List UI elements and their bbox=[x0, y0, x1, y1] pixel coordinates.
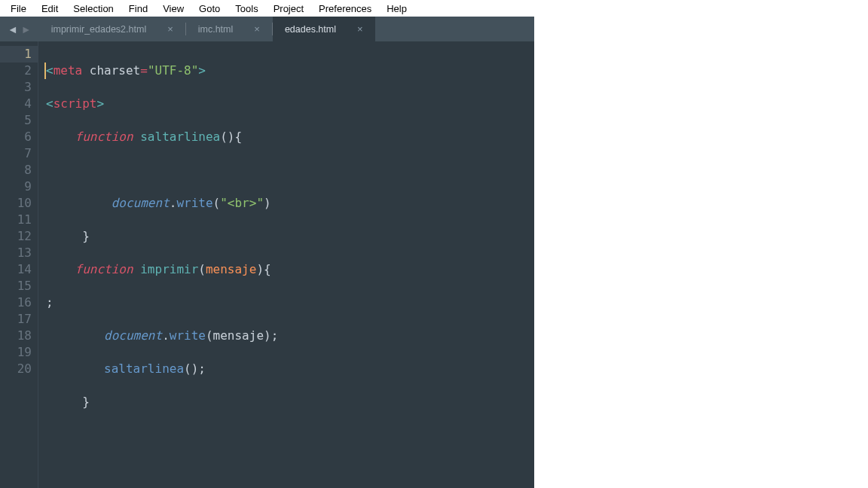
menu-help[interactable]: Help bbox=[379, 2, 414, 16]
paren: ) bbox=[191, 361, 199, 376]
line-number: 15 bbox=[12, 278, 32, 294]
nav-back-icon[interactable]: ◄ bbox=[8, 23, 18, 35]
paren: ) bbox=[256, 262, 264, 276]
parameter: mensaje bbox=[206, 262, 256, 276]
method: write bbox=[170, 328, 206, 343]
dot: . bbox=[170, 196, 177, 210]
paren: ( bbox=[198, 262, 206, 276]
line-number: 5 bbox=[12, 112, 32, 129]
brace: } bbox=[82, 395, 90, 409]
angle-bracket: > bbox=[96, 96, 104, 111]
function-def: imprimir bbox=[140, 262, 198, 276]
close-icon[interactable]: × bbox=[254, 23, 260, 35]
line-number: 9 bbox=[12, 178, 32, 195]
menu-goto[interactable]: Goto bbox=[191, 2, 228, 16]
menu-view[interactable]: View bbox=[155, 2, 191, 16]
paren: ) bbox=[264, 196, 271, 210]
line-number: 17 bbox=[12, 311, 32, 328]
paren: ( bbox=[184, 361, 191, 376]
line-number: 8 bbox=[12, 162, 32, 178]
close-icon[interactable]: × bbox=[167, 23, 173, 35]
angle-bracket: > bbox=[198, 63, 206, 78]
line-number: 16 bbox=[12, 294, 32, 311]
tab-bar: ◄ ► imprimir_edades2.html×imc.html×edade… bbox=[0, 17, 534, 41]
tab-label: imc.html bbox=[198, 24, 234, 35]
tab-edades-html[interactable]: edades.html× bbox=[273, 17, 375, 41]
line-number: 3 bbox=[12, 79, 32, 96]
editor-area: ◄ ► imprimir_edades2.html×imc.html×edade… bbox=[0, 17, 534, 488]
paren: ( bbox=[220, 130, 228, 144]
operator: = bbox=[140, 63, 148, 78]
line-number-gutter: 1234567891011121314151617181920 bbox=[0, 41, 38, 488]
tab-imc-html[interactable]: imc.html× bbox=[186, 17, 272, 41]
menu-tools[interactable]: Tools bbox=[228, 2, 265, 16]
line-number: 13 bbox=[12, 245, 32, 261]
menu-edit[interactable]: Edit bbox=[34, 2, 66, 16]
line-number: 1 bbox=[0, 46, 38, 63]
line-number: 12 bbox=[12, 228, 32, 245]
keyword: function bbox=[75, 130, 133, 144]
tag-name: meta bbox=[53, 63, 83, 78]
semicolon: ; bbox=[198, 361, 206, 376]
tab-imprimir_edades2-html[interactable]: imprimir_edades2.html× bbox=[39, 17, 185, 41]
keyword: function bbox=[75, 262, 133, 276]
line-number: 6 bbox=[12, 129, 32, 145]
angle-bracket: < bbox=[46, 63, 53, 78]
menu-file[interactable]: File bbox=[3, 2, 34, 16]
line-number: 18 bbox=[12, 328, 32, 344]
dot: . bbox=[162, 328, 170, 343]
paren: ( bbox=[206, 328, 213, 343]
string: "<br>" bbox=[220, 196, 264, 210]
function-def: saltarlinea bbox=[140, 130, 220, 144]
line-number: 14 bbox=[12, 261, 32, 278]
nav-history: ◄ ► bbox=[0, 17, 39, 41]
code-editor[interactable]: 1234567891011121314151617181920 <meta ch… bbox=[0, 41, 534, 488]
menu-preferences[interactable]: Preferences bbox=[311, 2, 379, 16]
semicolon: ; bbox=[46, 295, 53, 310]
tab-label: imprimir_edades2.html bbox=[51, 24, 146, 35]
line-number: 7 bbox=[12, 145, 32, 162]
line-number: 4 bbox=[12, 96, 32, 112]
line-number: 20 bbox=[12, 361, 32, 377]
menu-project[interactable]: Project bbox=[266, 2, 311, 16]
attr-name: charset bbox=[90, 63, 140, 78]
menu-bar: FileEditSelectionFindViewGotoToolsProjec… bbox=[0, 0, 868, 17]
identifier: mensaje bbox=[213, 328, 264, 343]
angle-bracket: < bbox=[46, 96, 53, 111]
call: saltarlinea bbox=[104, 361, 184, 376]
object: document bbox=[104, 328, 162, 343]
tab-label: edades.html bbox=[285, 24, 336, 35]
paren: ( bbox=[213, 196, 221, 210]
semicolon: ; bbox=[271, 328, 279, 343]
menu-selection[interactable]: Selection bbox=[66, 2, 121, 16]
menu-find[interactable]: Find bbox=[121, 2, 155, 16]
brace: } bbox=[82, 229, 90, 243]
paren: ) bbox=[264, 328, 271, 343]
line-number: 10 bbox=[12, 195, 32, 212]
line-number: 11 bbox=[12, 212, 32, 228]
line-number: 19 bbox=[12, 344, 32, 361]
nav-forward-icon[interactable]: ► bbox=[21, 23, 32, 35]
string: "UTF-8" bbox=[148, 63, 198, 78]
tag-name: script bbox=[53, 96, 97, 111]
brace: { bbox=[264, 262, 271, 276]
code-content[interactable]: <meta charset="UTF-8"> <script> function… bbox=[38, 41, 474, 488]
brace: { bbox=[234, 130, 242, 144]
object: document bbox=[112, 196, 170, 210]
close-icon[interactable]: × bbox=[357, 23, 363, 35]
method: write bbox=[176, 196, 212, 210]
line-number: 2 bbox=[12, 63, 32, 79]
